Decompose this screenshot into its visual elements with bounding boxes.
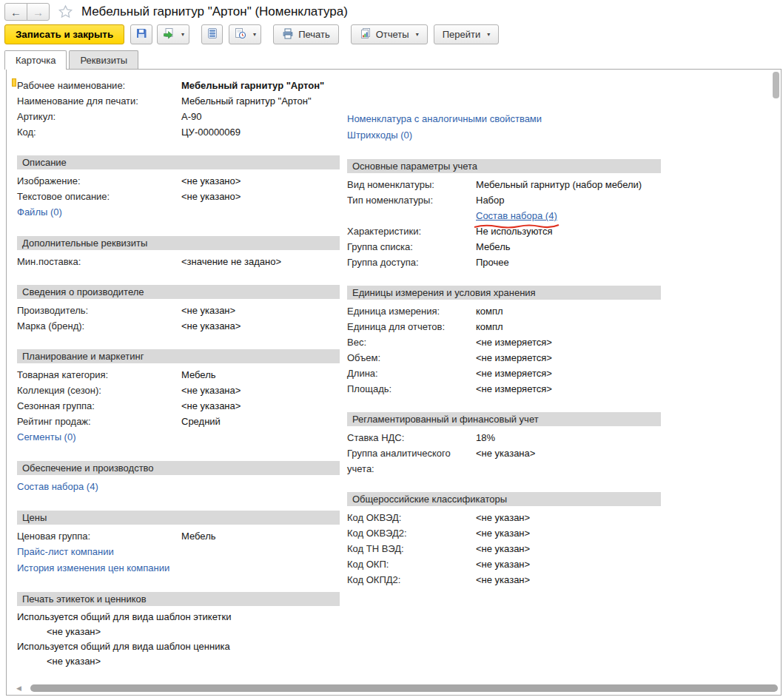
field-value: 18%	[476, 430, 495, 445]
scroll-left-arrow-icon[interactable]: ◀	[16, 684, 25, 692]
tab-requisites[interactable]: Реквизиты	[69, 50, 138, 69]
create-based-on-button[interactable]: ▾	[157, 24, 189, 44]
form-row: Прайс-лист компании	[17, 544, 340, 560]
field-label: Артикул:	[17, 109, 181, 124]
vertical-scrollbar-thumb[interactable]	[773, 72, 779, 98]
chevron-down-icon: ▾	[253, 31, 256, 38]
report-chart-icon	[360, 27, 372, 41]
field-value: <не указана>	[476, 445, 535, 477]
static-text: Используется общий для вида шаблон ценни…	[17, 639, 230, 654]
field-label: Производитель:	[17, 303, 181, 318]
static-value: <не указан>	[17, 654, 101, 669]
field-label: Код ОКВЭД2:	[347, 525, 476, 541]
form-row: Используется общий для вида шаблон этике…	[17, 610, 340, 625]
field-value: <не указан>	[476, 525, 530, 541]
hyperlink[interactable]: История изменения цен компании	[17, 560, 169, 576]
field-label: Группа доступа:	[347, 255, 476, 270]
section-header: Общероссийские классификаторы	[347, 492, 661, 506]
form-row: Код ОКПД2:<не указан>	[347, 572, 661, 588]
field-value: <не измеряется>	[476, 350, 552, 366]
field-label: Коллекция (сезон):	[17, 383, 181, 398]
create-based-on-icon	[162, 27, 175, 41]
reports-button[interactable]: Отчеты ▾	[351, 24, 428, 44]
forward-arrow-icon: →	[33, 6, 44, 18]
field-value: Мебель	[181, 367, 216, 383]
field-label: Код ОКПД2:	[347, 572, 476, 588]
print-button[interactable]: Печать	[273, 24, 339, 44]
field-value: <не измеряется>	[476, 334, 552, 350]
form-row: Код:ЦУ-00000069	[17, 124, 340, 140]
field-value: <не указана>	[181, 383, 241, 398]
change-history-button[interactable]: ▾	[229, 24, 261, 44]
form-row: Площадь:<не измеряется>	[347, 381, 661, 397]
section-header: Основные параметры учета	[347, 159, 661, 173]
field-label: Код ОКВЭД:	[347, 510, 476, 525]
horizontal-scrollbar-thumb[interactable]	[30, 684, 778, 692]
hyperlink[interactable]: Прайс-лист компании	[17, 544, 114, 560]
hyperlink[interactable]: Штрихкоды (0)	[347, 127, 412, 144]
field-value: Мебельный гарнитур "Артон"	[181, 93, 312, 109]
field-label: Мин.поставка:	[17, 254, 181, 269]
hyperlink[interactable]: Номенклатура с аналогичными свойствами	[347, 111, 542, 127]
form-row: Сегменты (0)	[17, 429, 340, 445]
save-button[interactable]	[130, 24, 152, 44]
form-row: Наименование для печати:Мебельный гарнит…	[17, 93, 340, 109]
field-label: Сезонная группа:	[17, 398, 181, 414]
form-row: Группа списка:Мебель	[347, 239, 661, 255]
field-label: Текстовое описание:	[17, 189, 181, 204]
print-button-label: Печать	[298, 29, 330, 40]
form-row: Группа аналитического учета:<не указана>	[347, 445, 661, 477]
field-label: Наименование для печати:	[17, 93, 181, 109]
form-row: Файлы (0)	[17, 204, 340, 221]
field-value: Прочее	[476, 255, 509, 270]
title-bar: ← → Мебельный гарнитур "Артон" (Номенкла…	[0, 0, 783, 21]
form-row: Код ОКВЭД:<не указан>	[347, 510, 661, 525]
static-text: Используется общий для вида шаблон этике…	[17, 610, 231, 625]
hyperlink[interactable]: Сегменты (0)	[17, 429, 76, 445]
form-content: Рабочее наименование:Мебельный гарнитур …	[6, 69, 782, 696]
goto-button-label: Перейти	[443, 29, 481, 40]
form-row: Объем:<не измеряется>	[347, 350, 661, 366]
forward-button[interactable]: →	[27, 3, 50, 21]
back-arrow-icon: ←	[10, 6, 21, 18]
favorite-star-icon[interactable]	[57, 4, 74, 20]
form-row: Вид номенклатуры:Мебельный гарнитур (наб…	[347, 177, 661, 192]
form-row: Вес:<не измеряется>	[347, 334, 661, 350]
form-row: Единица измерения:компл	[347, 303, 661, 319]
section-header: Обеспечение и производство	[17, 461, 340, 475]
field-label: Группа списка:	[347, 239, 476, 255]
form-row: История изменения цен компании	[17, 560, 340, 576]
field-label: Длина:	[347, 366, 476, 381]
annotated-link-wrap: Состав набора (4)	[476, 208, 557, 223]
static-value: <не указан>	[17, 625, 101, 639]
form-row: Код ОКВЭД2:<не указан>	[347, 525, 661, 541]
field-value: Набор	[476, 192, 505, 208]
field-value: <не указан>	[181, 303, 235, 318]
form-row: Группа доступа:Прочее	[347, 255, 661, 270]
field-value: ЦУ-00000069	[181, 124, 241, 140]
field-value: <не указано>	[181, 189, 241, 204]
field-label: Вид номенклатуры:	[347, 177, 476, 192]
field-label: Ставка НДС:	[347, 430, 476, 445]
field-label: Площадь:	[347, 381, 476, 397]
structure-button[interactable]	[201, 24, 223, 44]
hyperlink[interactable]: Файлы (0)	[17, 204, 62, 221]
field-label: Изображение:	[17, 173, 181, 189]
save-close-button[interactable]: Записать и закрыть	[4, 24, 124, 44]
structure-list-icon	[207, 27, 218, 41]
back-button[interactable]: ←	[4, 3, 27, 21]
field-label: Код:	[17, 124, 181, 140]
goto-button[interactable]: Перейти ▾	[434, 24, 500, 44]
field-value: Средний	[181, 414, 221, 429]
field-value: <не измеряется>	[476, 381, 552, 397]
field-label: Объем:	[347, 350, 476, 366]
document-clock-icon	[234, 27, 246, 41]
hyperlink[interactable]: Состав набора (4)	[476, 210, 557, 221]
hyperlink[interactable]: Состав набора (4)	[17, 479, 98, 495]
form-row: Используется общий для вида шаблон ценни…	[17, 639, 340, 654]
horizontal-scrollbar[interactable]: ◀	[16, 684, 778, 693]
section-header: Планирование и маркетинг	[17, 349, 340, 363]
field-label: Рабочее наименование:	[17, 78, 181, 93]
tab-card[interactable]: Карточка	[4, 50, 67, 70]
field-value: компл	[476, 319, 503, 334]
